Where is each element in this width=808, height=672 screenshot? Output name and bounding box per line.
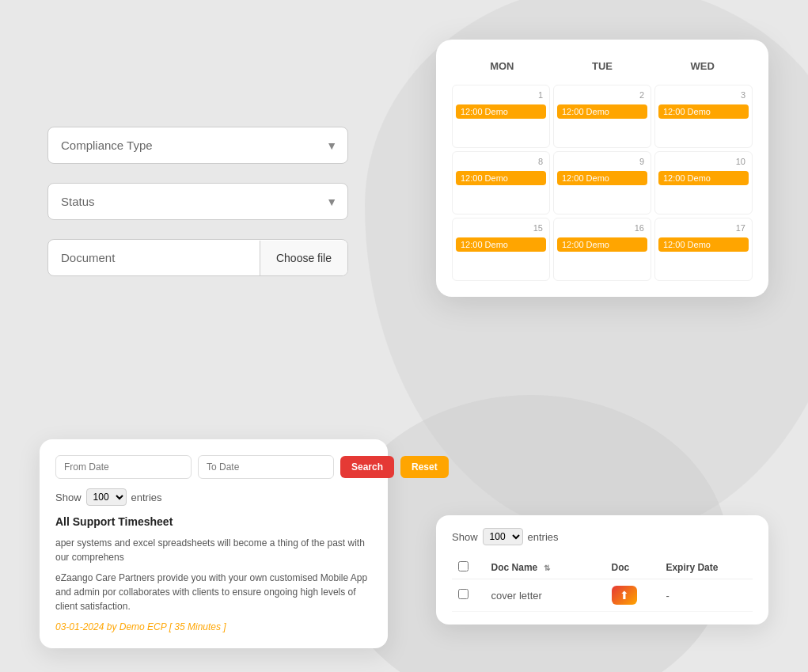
search-button[interactable]: Search (340, 456, 394, 478)
calendar-cell[interactable]: 9 12:00 Demo (553, 151, 651, 215)
docs-col-doc: Doc (605, 556, 660, 579)
date-search-row: Search Reset (55, 455, 372, 479)
calendar-panel: MON TUE WED 1 12:00 Demo 2 12:00 Demo 3 … (436, 40, 768, 297)
status-wrapper: Status Active Inactive Pending ▼ (47, 183, 348, 220)
calendar-cell[interactable]: 3 12:00 Demo (654, 85, 753, 148)
cal-event: 12:00 Demo (456, 171, 546, 185)
row-expiry: - (659, 579, 753, 612)
left-form: Compliance Type Type A Type B Type C ▼ S… (47, 127, 348, 276)
docs-entries-label: entries (528, 531, 559, 543)
cal-event: 12:00 Demo (557, 237, 647, 252)
docs-show-row: Show 100 25 50 entries (452, 528, 753, 545)
cal-date: 10 (658, 155, 749, 168)
from-date-input[interactable] (55, 455, 192, 479)
compliance-type-wrapper: Compliance Type Type A Type B Type C ▼ (47, 127, 348, 164)
calendar-grid: 1 12:00 Demo 2 12:00 Demo 3 12:00 Demo 8… (452, 85, 753, 281)
row-doc-name: cover letter (485, 579, 587, 612)
cal-day-tue: TUE (552, 55, 653, 77)
calendar-header: MON TUE WED (452, 55, 753, 77)
calendar-cell[interactable]: 8 12:00 Demo (452, 151, 550, 215)
document-wrapper: Document Choose file (47, 239, 348, 276)
doc-upload-button[interactable]: ⬆ (612, 586, 637, 605)
reset-button[interactable]: Reset (400, 456, 449, 478)
calendar-cell[interactable]: 10 12:00 Demo (654, 151, 753, 215)
row-checkbox[interactable] (458, 589, 468, 599)
cal-event: 12:00 Demo (557, 171, 647, 185)
cal-event: 12:00 Demo (658, 104, 749, 119)
cal-date: 16 (557, 222, 647, 234)
timesheet-footer-duration: [ 35 Minutes ] (169, 621, 226, 632)
docs-show-label: Show (452, 531, 478, 543)
docs-col-expiry: Expiry Date (659, 556, 753, 579)
timesheet-title: All Support Timesheet (55, 515, 372, 528)
show-entries-row: Show 100 25 50 entries (55, 488, 372, 506)
docs-col-spacer (587, 556, 605, 579)
cal-date: 15 (456, 222, 546, 234)
cal-day-mon: MON (452, 55, 552, 77)
cal-day-wed: WED (652, 55, 753, 77)
cal-event: 12:00 Demo (456, 104, 546, 119)
row-checkbox-cell (452, 579, 485, 612)
calendar-cell[interactable]: 1 12:00 Demo (452, 85, 550, 148)
cal-event: 12:00 Demo (557, 104, 647, 119)
row-spacer (587, 579, 605, 612)
timesheet-panel: Search Reset Show 100 25 50 entries All … (40, 439, 388, 648)
timesheet-footer: 03-01-2024 by Demo ECP [ 35 Minutes ] (55, 621, 372, 632)
docs-table: Doc Name ⇅ Doc Expiry Date cover letter … (452, 556, 753, 612)
row-doc-cell: ⬆ (605, 579, 660, 612)
choose-file-button[interactable]: Choose file (260, 241, 347, 275)
status-select[interactable]: Status Active Inactive Pending (47, 183, 348, 220)
cal-date: 1 (456, 89, 546, 101)
entries-select[interactable]: 100 25 50 (86, 488, 127, 506)
timesheet-text1: aper systems and excel spreadsheets will… (55, 536, 372, 564)
calendar-cell[interactable]: 15 12:00 Demo (452, 218, 550, 281)
show-label: Show (55, 492, 82, 503)
cal-date: 8 (456, 155, 546, 168)
docs-col-checkbox (452, 556, 485, 579)
page-wrapper: Compliance Type Type A Type B Type C ▼ S… (0, 0, 808, 672)
cal-event: 12:00 Demo (658, 171, 749, 185)
table-row: cover letter ⬆ - (452, 579, 753, 612)
to-date-input[interactable] (198, 455, 334, 479)
docs-panel: Show 100 25 50 entries Doc Name ⇅ Doc Ex… (436, 515, 768, 625)
docs-col-name: Doc Name ⇅ (485, 556, 587, 579)
timesheet-text2: eZaango Care Partners provide you with y… (55, 571, 372, 613)
cal-event: 12:00 Demo (456, 237, 546, 252)
calendar-cell[interactable]: 16 12:00 Demo (553, 218, 651, 281)
docs-entries-select[interactable]: 100 25 50 (483, 528, 523, 545)
cal-event: 12:00 Demo (658, 237, 749, 252)
doc-name-sort-icon[interactable]: ⇅ (544, 564, 550, 572)
cal-date: 3 (658, 89, 749, 101)
calendar-cell[interactable]: 2 12:00 Demo (553, 85, 651, 148)
entries-label: entries (131, 492, 162, 503)
calendar-cell[interactable]: 17 12:00 Demo (654, 218, 753, 281)
timesheet-footer-date: 03-01-2024 by Demo ECP (55, 621, 166, 632)
document-label: Document (48, 240, 260, 275)
cal-date: 9 (557, 155, 647, 168)
compliance-type-select[interactable]: Compliance Type Type A Type B Type C (47, 127, 348, 164)
cal-date: 17 (658, 222, 749, 234)
docs-select-all-checkbox[interactable] (458, 561, 468, 571)
cal-date: 2 (557, 89, 647, 101)
